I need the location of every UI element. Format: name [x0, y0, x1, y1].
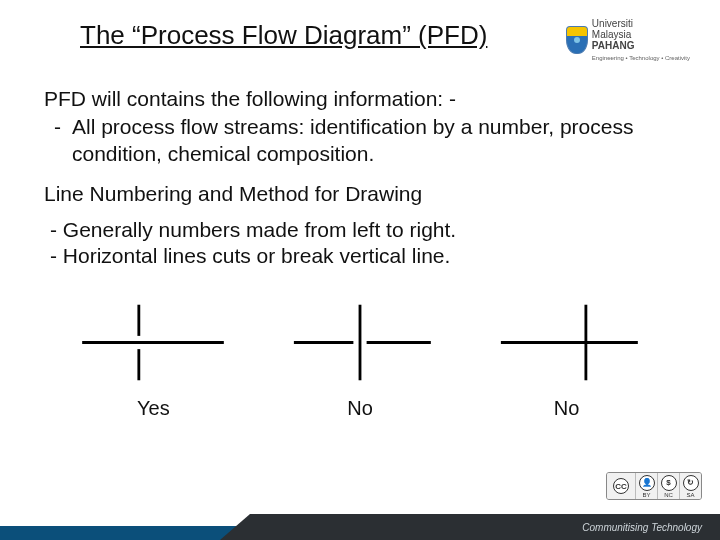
- bullet-item: - All process flow streams: identificati…: [44, 114, 676, 167]
- footer: Communitising Technology: [0, 500, 720, 540]
- diagram-row: Yes No No: [0, 270, 720, 420]
- cross-gap-vertical-icon: [68, 300, 238, 385]
- page-title: The “Process Flow Diagram” (PFD): [80, 18, 566, 51]
- diagram-no-1: No: [270, 300, 450, 420]
- content-body: PFD will contains the following informat…: [0, 62, 720, 270]
- diagram-label: Yes: [137, 397, 170, 420]
- university-logo: Universiti Malaysia PAHANG Engineering •…: [566, 18, 690, 62]
- diagram-no-2: No: [477, 300, 657, 420]
- footer-bar: Communitising Technology: [220, 514, 720, 540]
- cross-full-icon: [482, 300, 652, 385]
- person-icon: 👤: [639, 475, 655, 491]
- intro-text: PFD will contains the following informat…: [44, 86, 676, 112]
- logo-text: Universiti Malaysia PAHANG Engineering •…: [592, 18, 690, 62]
- diagram-yes: Yes: [63, 300, 243, 420]
- cross-gap-horizontal-icon: [275, 300, 445, 385]
- shield-icon: [566, 26, 588, 54]
- subheading: Line Numbering and Method for Drawing: [44, 181, 676, 207]
- diagram-label: No: [347, 397, 373, 420]
- diagram-label: No: [554, 397, 580, 420]
- sharealike-icon: ↻: [683, 475, 699, 491]
- note-1: - Generally numbers made from left to ri…: [44, 217, 676, 243]
- cc-license-badge: CC 👤BY $NC ↻SA: [606, 472, 702, 500]
- footer-tagline: Communitising Technology: [582, 522, 702, 533]
- noncommercial-icon: $: [661, 475, 677, 491]
- note-2: - Horizontal lines cuts or break vertica…: [44, 243, 676, 269]
